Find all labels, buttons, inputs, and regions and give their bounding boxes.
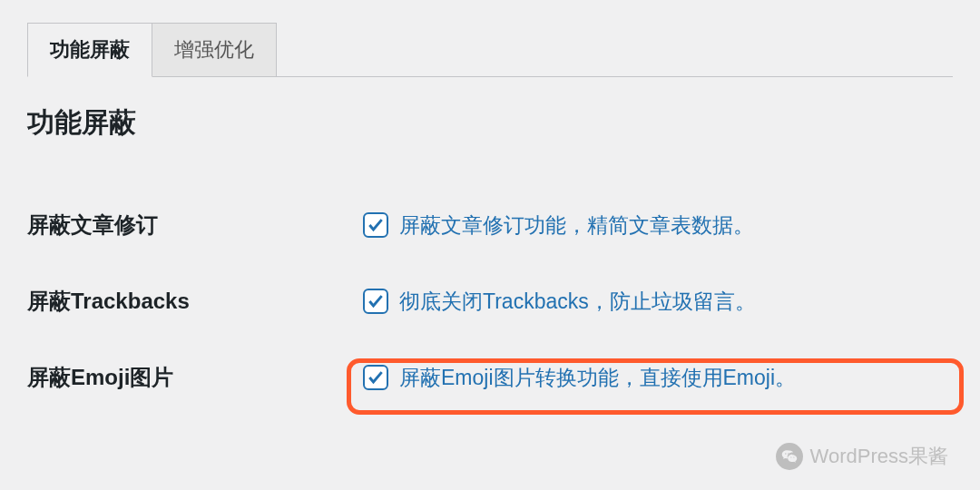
page-title: 功能屏蔽 — [27, 104, 953, 142]
watermark-text: WordPress果酱 — [810, 443, 948, 470]
check-icon — [367, 292, 385, 310]
setting-label: 屏蔽Trackbacks — [27, 287, 363, 316]
setting-row-trackbacks: 屏蔽Trackbacks 彻底关闭Trackbacks，防止垃圾留言。 — [27, 263, 953, 339]
setting-label: 屏蔽文章修订 — [27, 211, 363, 240]
settings-list: 屏蔽文章修订 屏蔽文章修订功能，精简文章表数据。 屏蔽Trackbacks 彻底… — [27, 187, 953, 416]
setting-label: 屏蔽Emoji图片 — [27, 363, 363, 392]
checkbox-label[interactable]: 屏蔽文章修订功能，精简文章表数据。 — [399, 211, 754, 240]
checkbox-label[interactable]: 屏蔽Emoji图片转换功能，直接使用Emoji。 — [399, 364, 796, 392]
watermark: WordPress果酱 — [776, 443, 948, 470]
tab-enhance-optimize[interactable]: 增强优化 — [152, 23, 277, 76]
checkbox-emoji[interactable] — [363, 365, 388, 390]
checkbox-label[interactable]: 彻底关闭Trackbacks，防止垃圾留言。 — [399, 288, 756, 316]
checkbox-revisions[interactable] — [363, 212, 388, 238]
check-icon — [367, 368, 385, 387]
tab-feature-block[interactable]: 功能屏蔽 — [27, 23, 152, 77]
checkbox-trackbacks[interactable] — [363, 289, 388, 314]
setting-row-revisions: 屏蔽文章修订 屏蔽文章修订功能，精简文章表数据。 — [27, 187, 953, 263]
wechat-icon — [776, 443, 803, 470]
check-icon — [367, 216, 385, 234]
tabs: 功能屏蔽 增强优化 — [27, 23, 953, 77]
setting-row-emoji: 屏蔽Emoji图片 屏蔽Emoji图片转换功能，直接使用Emoji。 — [27, 339, 953, 416]
